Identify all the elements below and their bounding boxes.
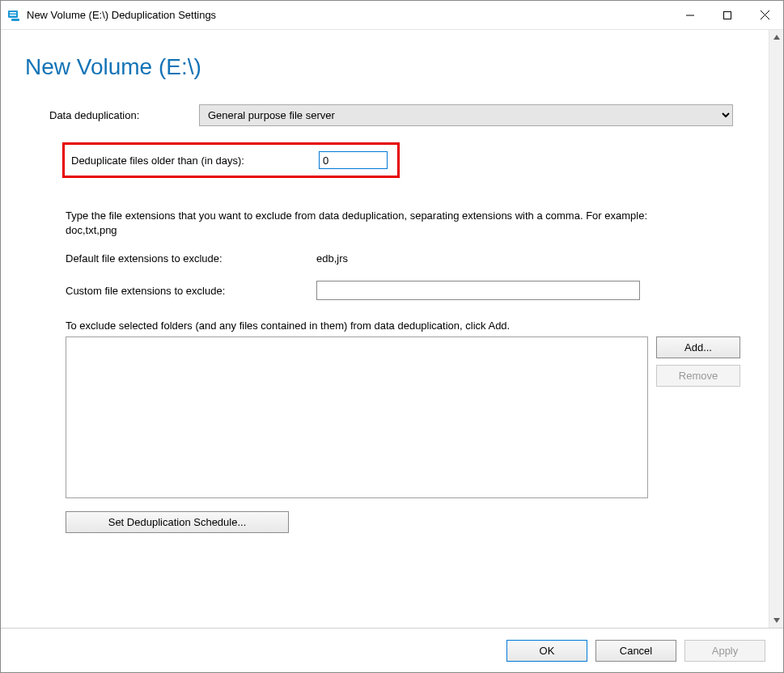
svg-rect-5 xyxy=(724,11,731,19)
svg-line-6 xyxy=(761,11,769,19)
title-bar: New Volume (E:\) Deduplication Settings xyxy=(1,1,783,30)
scroll-down-icon[interactable] xyxy=(769,613,783,628)
set-schedule-button[interactable]: Set Deduplication Schedule... xyxy=(66,511,289,533)
window-title: New Volume (E:\) Deduplication Settings xyxy=(27,9,672,21)
folders-help-text: To exclude selected folders (and any fil… xyxy=(66,320,744,332)
days-label: Deduplicate files older than (in days): xyxy=(71,154,319,167)
cancel-button[interactable]: Cancel xyxy=(595,640,676,662)
vertical-scrollbar[interactable] xyxy=(769,30,783,628)
remove-folder-button: Remove xyxy=(656,365,740,387)
dedup-mode-row: Data deduplication: General purpose file… xyxy=(49,104,744,126)
minimize-button[interactable] xyxy=(672,1,709,29)
content-area: New Volume (E:\) Data deduplication: Gen… xyxy=(1,30,783,628)
dedup-mode-select[interactable]: General purpose file server xyxy=(199,104,733,126)
page-title: New Volume (E:\) xyxy=(25,54,744,80)
svg-line-7 xyxy=(761,11,769,19)
add-folder-button[interactable]: Add... xyxy=(656,336,740,358)
dedup-mode-label: Data deduplication: xyxy=(49,109,199,121)
days-input[interactable] xyxy=(319,151,388,169)
window-controls xyxy=(672,1,783,29)
scrollbar-track[interactable] xyxy=(769,44,783,613)
exclude-folders-list[interactable] xyxy=(66,336,648,498)
maximize-button[interactable] xyxy=(709,1,746,29)
scroll-up-icon[interactable] xyxy=(769,30,783,44)
ok-button[interactable]: OK xyxy=(506,640,587,662)
default-ext-label: Default file extensions to exclude: xyxy=(66,252,316,265)
dialog-button-bar: OK Cancel Apply xyxy=(1,628,783,672)
custom-ext-row: Custom file extensions to exclude: xyxy=(66,281,744,300)
svg-rect-2 xyxy=(10,15,16,16)
svg-rect-0 xyxy=(8,11,18,18)
custom-ext-label: Custom file extensions to exclude: xyxy=(66,285,316,297)
close-button[interactable] xyxy=(746,1,783,29)
svg-rect-1 xyxy=(10,12,16,14)
days-highlight: Deduplicate files older than (in days): xyxy=(62,142,400,178)
default-ext-row: Default file extensions to exclude: edb,… xyxy=(66,252,744,265)
svg-rect-3 xyxy=(11,19,19,21)
custom-ext-input[interactable] xyxy=(316,281,640,300)
default-ext-value: edb,jrs xyxy=(316,252,348,265)
extensions-help-text: Type the file extensions that you want t… xyxy=(66,209,648,238)
exclude-folders-area: Add... Remove xyxy=(66,336,744,498)
server-manager-icon xyxy=(7,9,20,22)
apply-button: Apply xyxy=(684,640,765,662)
